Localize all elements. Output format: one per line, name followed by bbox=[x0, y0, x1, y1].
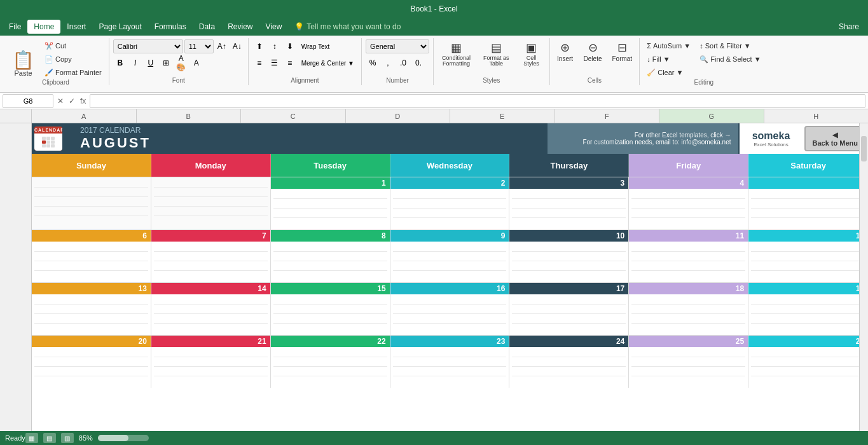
main-content: A B C D E F G H CALENDAR bbox=[32, 109, 868, 431]
sort-filter-button[interactable]: ↕ Sort & Filter ▼ bbox=[696, 39, 764, 52]
menu-page-layout[interactable]: Page Layout bbox=[92, 20, 148, 34]
menu-data[interactable]: Data bbox=[193, 20, 221, 34]
percent-button[interactable]: % bbox=[366, 56, 380, 70]
insert-function-icon[interactable]: fx bbox=[79, 97, 87, 106]
menu-view[interactable]: View bbox=[259, 20, 289, 34]
number-row-1: General bbox=[366, 39, 429, 53]
calendar-year: 2017 CALENDAR bbox=[80, 126, 540, 135]
calendar-day-6: 6 bbox=[32, 230, 151, 282]
comma-button[interactable]: , bbox=[381, 56, 395, 70]
align-top-button[interactable]: ⬆ bbox=[252, 39, 266, 53]
tell-me[interactable]: 💡Tell me what you want to do bbox=[288, 20, 407, 34]
page-layout-view-button[interactable]: ▤ bbox=[43, 433, 56, 443]
align-left-button[interactable]: ≡ bbox=[252, 56, 266, 70]
ribbon-group-cells: ⊕ Insert ⊖ Delete ⊟ Format Cells bbox=[550, 38, 640, 85]
fill-color-button[interactable]: A🎨 bbox=[174, 56, 188, 70]
day-num-13: 13 bbox=[32, 283, 151, 294]
status-bar-right: ▦ ▤ ▥ 85% bbox=[25, 433, 149, 443]
number-label: Number bbox=[366, 77, 429, 85]
border-button[interactable]: ⊞ bbox=[159, 56, 173, 70]
day-header-wednesday: Wednesday bbox=[390, 154, 510, 177]
align-right-button[interactable]: ≡ bbox=[283, 56, 297, 70]
page-break-view-button[interactable]: ▥ bbox=[61, 433, 74, 443]
zoom-slider[interactable] bbox=[98, 435, 149, 441]
scrollbar-vertical[interactable] bbox=[859, 123, 868, 431]
menu-file[interactable]: File bbox=[3, 20, 27, 34]
paste-icon: 📋 bbox=[12, 51, 34, 69]
calendar-day-16: 16 bbox=[390, 283, 510, 335]
calendar-day-20: 20 bbox=[32, 336, 151, 388]
bold-button[interactable]: B bbox=[113, 56, 127, 70]
decrease-decimal-button[interactable]: 0. bbox=[411, 56, 425, 70]
font-label: Font bbox=[113, 77, 244, 85]
normal-view-button[interactable]: ▦ bbox=[25, 433, 38, 443]
italic-button[interactable]: I bbox=[128, 56, 142, 70]
format-button[interactable]: ⊟ Format bbox=[609, 39, 635, 64]
cell-styles-button[interactable]: ▣ CellStyles bbox=[518, 39, 546, 69]
copy-button[interactable]: 📄 Copy bbox=[41, 53, 105, 65]
calendar-day-9: 9 bbox=[390, 230, 510, 282]
calendar-day-empty-2 bbox=[151, 177, 271, 229]
scroll-thumb[interactable] bbox=[861, 136, 867, 161]
menu-home[interactable]: Home bbox=[27, 20, 60, 34]
menu-formulas[interactable]: Formulas bbox=[148, 20, 193, 34]
insert-button[interactable]: ⊕ Insert bbox=[554, 39, 577, 64]
calendar-day-26: 26 bbox=[748, 336, 868, 388]
find-select-button[interactable]: 🔍 Find & Select ▼ bbox=[696, 53, 764, 65]
calendar-week-3: 13 14 15 16 17 18 19 bbox=[32, 282, 868, 335]
align-bottom-button[interactable]: ⬇ bbox=[283, 39, 297, 53]
cells-content: ⊕ Insert ⊖ Delete ⊟ Format bbox=[554, 39, 636, 77]
cancel-formula-icon[interactable]: ✕ bbox=[56, 97, 65, 106]
menu-review[interactable]: Review bbox=[221, 20, 259, 34]
insert-icon: ⊕ bbox=[560, 41, 570, 55]
font-decrease-btn[interactable]: A↓ bbox=[230, 39, 244, 53]
format-painter-button[interactable]: 🖌️ Format Painter bbox=[41, 66, 105, 79]
calendar-day-21: 21 bbox=[151, 336, 271, 388]
calendar-content: CALENDAR bbox=[32, 123, 868, 431]
day-num-22: 22 bbox=[271, 336, 390, 347]
calendar-header: CALENDAR bbox=[32, 123, 868, 154]
font-increase-btn[interactable]: A↑ bbox=[215, 39, 229, 53]
autosum-button[interactable]: Σ AutoSum ▼ bbox=[644, 39, 694, 52]
font-name-select[interactable]: Calibri bbox=[113, 39, 183, 53]
conditional-formatting-button[interactable]: ▦ ConditionalFormatting bbox=[437, 39, 475, 69]
back-label: Back to Menu bbox=[812, 139, 858, 147]
wrap-text-button[interactable]: Wrap Text bbox=[298, 39, 333, 53]
format-as-table-button[interactable]: ▤ Format asTable bbox=[479, 39, 514, 69]
calendar-day-15: 15 bbox=[271, 283, 390, 335]
day-num-10: 10 bbox=[509, 230, 628, 242]
align-center-button[interactable]: ☰ bbox=[268, 56, 282, 70]
day-num-14: 14 bbox=[151, 283, 270, 294]
col-header-a: A bbox=[32, 109, 137, 123]
paste-button[interactable]: 📋 Paste bbox=[6, 39, 40, 79]
menu-bar: File Home Insert Page Layout Formulas Da… bbox=[0, 18, 868, 36]
day-num-15: 15 bbox=[271, 283, 390, 294]
share-button[interactable]: Share bbox=[832, 20, 865, 34]
day-num-4: 4 bbox=[629, 177, 748, 189]
underline-button[interactable]: U bbox=[144, 56, 158, 70]
align-middle-button[interactable]: ↕ bbox=[268, 39, 282, 53]
cut-icon: ✂️ bbox=[45, 42, 53, 50]
back-to-menu-button[interactable]: ◀ Back to Menu bbox=[804, 126, 865, 151]
calendar-day-24: 24 bbox=[509, 336, 629, 388]
cut-button[interactable]: ✂️ Cut bbox=[41, 39, 105, 52]
merge-center-button[interactable]: Merge & Center ▼ bbox=[298, 56, 357, 70]
font-size-select[interactable]: 11 bbox=[184, 39, 214, 53]
font-color-button[interactable]: A bbox=[189, 56, 203, 70]
clear-button[interactable]: 🧹 Clear ▼ bbox=[644, 66, 694, 79]
menu-insert[interactable]: Insert bbox=[60, 20, 92, 34]
editing-col: Σ AutoSum ▼ ↓ Fill ▼ 🧹 Clear ▼ bbox=[644, 39, 694, 79]
delete-button[interactable]: ⊖ Delete bbox=[581, 39, 605, 64]
clipboard-content: 📋 Paste ✂️ Cut 📄 Copy 🖌️ Format Painter bbox=[6, 39, 105, 79]
cal-logo-grid bbox=[42, 137, 55, 147]
formula-input[interactable] bbox=[90, 94, 865, 108]
align-row-1: ⬆ ↕ ⬇ Wrap Text bbox=[252, 39, 333, 53]
fill-button[interactable]: ↓ Fill ▼ bbox=[644, 53, 694, 65]
confirm-formula-icon[interactable]: ✓ bbox=[67, 97, 76, 106]
number-format-select[interactable]: General bbox=[366, 39, 429, 53]
increase-decimal-button[interactable]: .0 bbox=[396, 56, 410, 70]
cell-reference-box[interactable] bbox=[3, 94, 53, 108]
cell-styles-icon: ▣ bbox=[526, 41, 537, 55]
ready-text: Ready bbox=[5, 434, 25, 442]
day-num-23: 23 bbox=[390, 336, 509, 347]
